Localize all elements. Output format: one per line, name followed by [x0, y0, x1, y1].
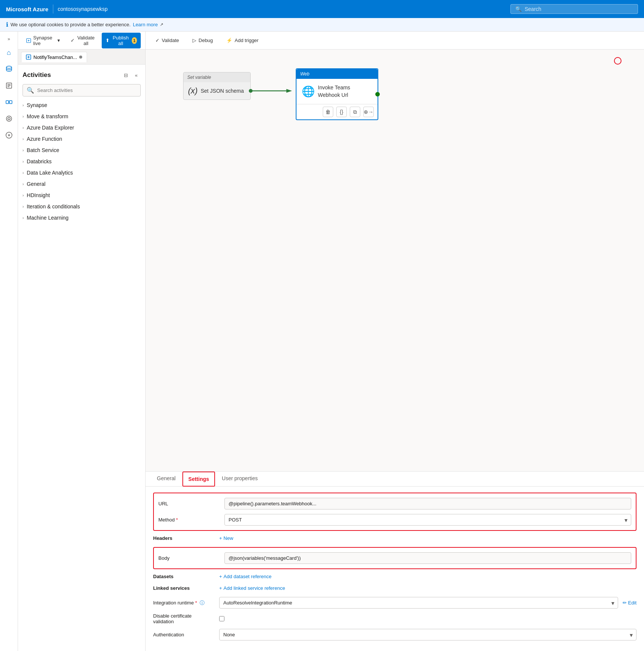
move-transform-group-label: Move & transform — [27, 113, 68, 119]
web-node-body: 🌐 Invoke TeamsWebhook Url — [296, 79, 378, 104]
nav-data-button[interactable] — [2, 62, 17, 77]
databricks-chevron: › — [23, 160, 24, 164]
method-label: Method * — [158, 517, 218, 523]
red-circle-indicator — [614, 57, 621, 65]
batch-service-chevron: › — [23, 148, 24, 152]
linked-services-plus-icon: + — [219, 585, 222, 591]
learn-more-link[interactable]: Learn more — [133, 22, 158, 27]
edit-pencil-icon: ✏ — [623, 600, 627, 606]
linked-services-add-link[interactable]: + Add linked service reference — [219, 585, 285, 591]
general-group-header[interactable]: › General — [18, 178, 145, 190]
datasets-add-link[interactable]: + Add dataset reference — [219, 574, 272, 579]
web-node-arrow-button[interactable]: ⊕→ — [363, 107, 374, 117]
activities-search-input[interactable] — [37, 87, 137, 93]
body-label: Body — [158, 555, 218, 561]
validate-btn-label: Validate — [162, 38, 179, 43]
activity-group-hdinsight: › HDInsight — [18, 190, 145, 201]
method-row: Method * POST GET PUT DELETE PATCH — [158, 514, 631, 526]
azure-data-explorer-group-header[interactable]: › Azure Data Explorer — [18, 122, 145, 133]
tab-unsaved-dot — [79, 56, 82, 59]
icon-bar: » ⌂ — [0, 32, 18, 651]
data-lake-analytics-group-header[interactable]: › Data Lake Analytics — [18, 167, 145, 178]
method-required-star: * — [176, 517, 178, 523]
authentication-select[interactable]: None Basic ClientCertificate ManagedServ… — [219, 629, 636, 640]
activity-group-iteration-conditionals: › Iteration & conditionals — [18, 201, 145, 212]
url-value-container — [224, 498, 631, 509]
headers-add-label: New — [224, 535, 233, 541]
integration-runtime-info-icon: ⓘ — [200, 600, 205, 606]
global-search[interactable]: 🔍 Search — [510, 4, 638, 14]
web-node[interactable]: Web 🌐 Invoke TeamsWebhook Url 🗑 {} ⧉ ⊕→ — [296, 68, 378, 120]
synapse-group-header[interactable]: › Synapse — [18, 99, 145, 111]
pipeline-tab[interactable]: NotifiyTeamsChan... — [21, 52, 87, 62]
url-input[interactable] — [224, 498, 631, 509]
web-node-params-button[interactable]: {} — [336, 107, 347, 117]
disable-cert-checkbox[interactable] — [219, 616, 224, 621]
integration-runtime-select[interactable]: AutoResolveIntegrationRuntime — [219, 597, 618, 609]
debug-button[interactable]: ▷ Debug — [189, 35, 217, 45]
publish-all-button[interactable]: ⬆ Publish all 1 — [102, 33, 141, 48]
headers-add-link[interactable]: + New — [219, 535, 233, 541]
disable-cert-label: Disable certificate validation — [153, 613, 213, 624]
hdinsight-group-header[interactable]: › HDInsight — [18, 190, 145, 201]
publish-icon: ⬆ — [105, 38, 110, 43]
move-transform-group-header[interactable]: › Move & transform — [18, 111, 145, 122]
activities-search-box[interactable]: 🔍 — [23, 84, 141, 96]
top-bar-divider — [53, 5, 53, 14]
machine-learning-group-header[interactable]: › Machine Learning — [18, 212, 145, 223]
activity-group-databricks: › Databricks — [18, 156, 145, 167]
activity-group-azure-data-explorer: › Azure Data Explorer — [18, 122, 145, 133]
workspace-panel: Synapse live ▾ ✓ Validate all ⬆ Publish … — [18, 32, 146, 651]
nav-monitor-button[interactable] — [2, 111, 17, 126]
synapse-live-chevron: ▾ — [57, 38, 60, 43]
set-variable-node[interactable]: Set variable (x) Set JSON schema — [183, 72, 251, 100]
general-tab[interactable]: General — [152, 472, 181, 486]
web-node-copy-button[interactable]: ⧉ — [350, 107, 360, 117]
activities-title: Activities — [23, 71, 51, 79]
machine-learning-chevron: › — [23, 216, 24, 220]
body-input[interactable] — [224, 552, 631, 564]
method-select[interactable]: POST GET PUT DELETE PATCH — [224, 514, 631, 526]
validate-button[interactable]: ✓ Validate — [152, 35, 183, 45]
add-trigger-button[interactable]: ⚡ Add trigger — [223, 35, 262, 45]
workspace-name: contososynapsewksp — [58, 6, 108, 12]
general-group-label: General — [27, 181, 45, 187]
nav-manage-button[interactable] — [2, 128, 17, 143]
nav-develop-button[interactable] — [2, 78, 17, 93]
set-variable-node-header: Set variable — [184, 72, 250, 82]
datasets-plus-icon: + — [219, 574, 222, 579]
set-variable-header-label: Set variable — [187, 75, 211, 80]
nav-integrate-button[interactable] — [2, 95, 17, 110]
url-row: URL — [158, 498, 631, 509]
settings-tab-label: Settings — [188, 476, 209, 482]
pipeline-tab-bar: NotifiyTeamsChan... — [18, 50, 145, 65]
edit-runtime-button[interactable]: ✏ Edit — [623, 600, 636, 606]
expand-panel-button[interactable]: « — [132, 71, 141, 80]
web-node-delete-button[interactable]: 🗑 — [323, 107, 333, 117]
svg-marker-14 — [286, 89, 292, 93]
svg-point-9 — [8, 118, 10, 120]
collapse-all-button[interactable]: ⊟ — [121, 71, 130, 80]
web-node-label: Invoke TeamsWebhook Url — [318, 84, 350, 99]
databricks-group-header[interactable]: › Databricks — [18, 156, 145, 167]
synapse-live-dropdown[interactable]: Synapse live ▾ — [23, 33, 64, 48]
debug-btn-label: Debug — [199, 38, 213, 43]
collapse-sidebar-button[interactable]: » — [2, 35, 17, 44]
iteration-conditionals-group-header[interactable]: › Iteration & conditionals — [18, 201, 145, 212]
nav-home-button[interactable]: ⌂ — [2, 45, 17, 60]
hdinsight-group-label: HDInsight — [27, 192, 50, 198]
synapse-group-label: Synapse — [27, 102, 47, 108]
data-lake-analytics-chevron: › — [23, 171, 24, 175]
user-properties-tab[interactable]: User properties — [217, 472, 263, 486]
external-link-icon: ↗ — [160, 22, 163, 27]
batch-service-group-header[interactable]: › Batch Service — [18, 145, 145, 156]
azure-data-explorer-chevron: › — [23, 126, 24, 130]
integration-runtime-row: Integration runtime * ⓘ AutoResolveInteg… — [153, 597, 636, 609]
settings-tab-btn[interactable]: Settings — [182, 472, 215, 487]
validate-all-button[interactable]: ✓ Validate all — [67, 33, 99, 48]
azure-function-group-header[interactable]: › Azure Function — [18, 133, 145, 145]
iteration-conditionals-group-label: Iteration & conditionals — [27, 203, 80, 209]
activity-group-batch-service: › Batch Service — [18, 145, 145, 156]
svg-point-13 — [249, 89, 253, 93]
activity-group-general: › General — [18, 178, 145, 190]
